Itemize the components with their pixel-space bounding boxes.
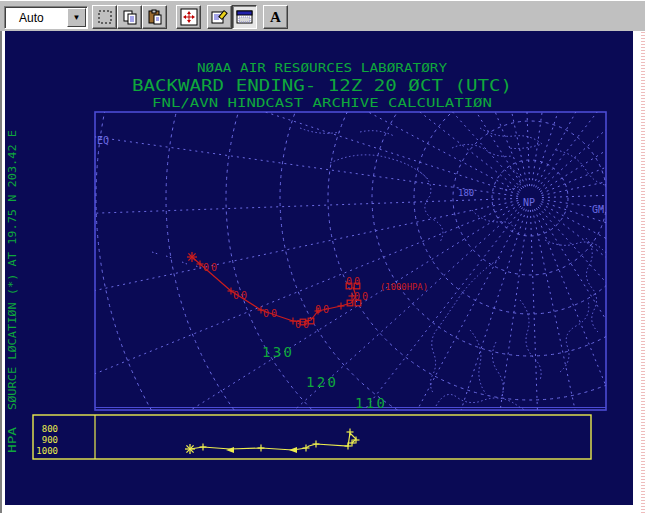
meridian-line (539, 205, 633, 493)
coastline-path (520, 300, 541, 380)
coastline-path (480, 128, 542, 149)
meridian-line (541, 204, 633, 424)
meridian-line (542, 200, 633, 265)
pressure-label-800: 800 (42, 424, 58, 434)
copy-icon (122, 9, 138, 25)
meridian-line (305, 209, 525, 505)
coastline-path (452, 144, 512, 156)
source-location-label: SØURCE LØCATIØN (*) AT 19.75 N 203.42 E (6, 130, 19, 410)
north-pole-label: NP (523, 197, 535, 208)
letter-a-icon: A (270, 9, 281, 26)
meridian-line (534, 209, 633, 505)
meridian-line (209, 31, 522, 189)
meridian-line (463, 210, 528, 505)
combo-dropdown-button[interactable]: ▼ (67, 8, 86, 27)
paste-icon (147, 9, 163, 25)
window-edge-dither (641, 31, 645, 513)
pressure-label-900: 900 (42, 435, 58, 445)
coastline-path (492, 342, 503, 396)
greenwich-label: GM (592, 204, 604, 215)
meridian-line (530, 210, 546, 505)
trajectory-time-label: 00 (346, 276, 360, 287)
trajectory-time-label: 00 (233, 290, 247, 301)
meridian-line (532, 210, 629, 505)
plot-title-line3: FNL/AVN HINDCAST ARCHIVE CALCULATIØN (152, 96, 492, 110)
application-window: { "toolbar": { "combo_value": "Auto", "b… (0, 0, 645, 513)
profile-trajectory-layer (185, 429, 360, 455)
plot-area: NØAA AIR RESØURCES LABØRATØRY BACKWARD E… (5, 31, 633, 505)
paste-button[interactable] (142, 5, 167, 29)
meridian-line (60, 200, 518, 297)
longitude-label-110: 110 (355, 395, 385, 411)
profile-path (190, 433, 356, 450)
meridian-line (382, 209, 527, 505)
chevron-down-icon: ▼ (73, 13, 81, 22)
meridian-line (537, 31, 633, 189)
trajectory-time-label: 00 (263, 308, 277, 319)
meridian-line (538, 207, 633, 505)
toolbar: Auto ▼ (0, 0, 645, 32)
direction-arrow-marker (226, 447, 234, 453)
profile-box (33, 415, 591, 459)
coastline-path (545, 240, 627, 258)
window-icon (236, 9, 254, 25)
trajectory-time-label: 00 (295, 319, 309, 330)
font-button[interactable]: A (263, 5, 288, 29)
meridian-line (513, 31, 529, 186)
trajectory-layer: 00000000000000 (187, 252, 368, 330)
coastline-path (420, 172, 443, 242)
plot-title-line2: BACKWARD ENDING- 12Z 20 ØCT (UTC) (132, 77, 512, 95)
dateline-label: 180 (458, 188, 474, 198)
page-pencil-icon (211, 9, 228, 25)
meridian-line (50, 198, 518, 214)
coastline-path (560, 300, 589, 372)
coastline-path (330, 155, 428, 179)
plot-title-line1: NØAA AIR RESØURCES LABØRATØRY (197, 61, 448, 75)
select-region-button[interactable] (92, 5, 117, 29)
window-view-button[interactable] (232, 5, 257, 29)
coastline-path (300, 128, 394, 136)
coastline-path (470, 330, 486, 394)
plot-frame: NØAA AIR RESØURCES LABØRATØRY BACKWARD E… (0, 31, 645, 513)
meridian-line (173, 206, 521, 505)
trajectory-time-label: 00 (315, 304, 329, 315)
longitude-label-130: 130 (262, 344, 292, 360)
coastline-path (152, 252, 201, 268)
zoom-combo[interactable]: Auto ▼ (4, 6, 88, 29)
profile-axis-label: HPA (7, 427, 18, 453)
longitude-label-120: 120 (306, 374, 336, 390)
meridian-line (541, 202, 633, 347)
meridian-line (536, 31, 633, 187)
meridian-line (536, 208, 633, 505)
meridian-line (534, 31, 633, 187)
meridian-line (539, 31, 633, 190)
red-arrows-icon (180, 8, 198, 26)
meridian-line (542, 181, 633, 197)
trajectory-time-label: 00 (203, 262, 217, 273)
zoom-combo-value: Auto (5, 11, 67, 25)
frame-shadow (0, 31, 2, 513)
coastline-path (556, 150, 610, 186)
coastline-path (586, 238, 598, 332)
zoom-extents-button[interactable] (176, 5, 201, 29)
page-setup-button[interactable] (207, 5, 232, 29)
pressure-label-1000: 1000 (36, 446, 58, 456)
trajectory-height-label: (1000HPA) (380, 282, 428, 292)
trajectory-plot: NØAA AIR RESØURCES LABØRATØRY BACKWARD E… (5, 31, 633, 505)
copy-button[interactable] (117, 5, 142, 29)
trajectory-time-label: 00 (354, 291, 368, 302)
direction-arrow-marker (289, 447, 297, 453)
meridian-line (85, 202, 519, 377)
marquee-icon (97, 9, 113, 25)
meridian-line (152, 31, 521, 191)
equator-label: EQ (97, 135, 109, 146)
